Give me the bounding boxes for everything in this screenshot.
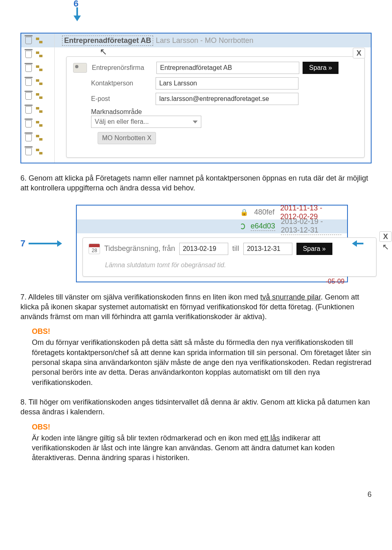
active-dates-link[interactable]: 2013-02-19 - 2013-12-31 bbox=[281, 217, 341, 235]
contact-label: Kontaktperson bbox=[91, 80, 152, 87]
firm-input[interactable]: Entreprenadföretaget AB bbox=[156, 62, 299, 74]
obs-heading-1: OBS! bbox=[32, 327, 372, 336]
obs-heading-2: OBS! bbox=[32, 423, 372, 432]
trash-icon[interactable] bbox=[25, 65, 32, 72]
tag-icon[interactable] bbox=[36, 51, 42, 58]
trash-icon[interactable] bbox=[25, 120, 32, 127]
trash-icon[interactable] bbox=[25, 148, 32, 155]
cursor-icon: ↖ bbox=[100, 47, 107, 57]
from-date-input[interactable]: 2013-02-19 bbox=[179, 243, 228, 255]
company-edit-panel: X Entreprenörsfirma Entreprenadföretaget… bbox=[66, 56, 365, 158]
company-name-link[interactable]: Entreprenadföretaget AB bbox=[62, 36, 153, 46]
market-select[interactable]: Välj en eller flera... bbox=[91, 116, 201, 128]
obs-body-1: Om du förnyar verifikationskoden på dett… bbox=[32, 338, 372, 387]
trash-icon[interactable] bbox=[25, 92, 32, 100]
arrow-down-icon bbox=[74, 7, 81, 21]
market-placeholder: Välj en eller flera... bbox=[95, 118, 149, 125]
calendar-icon: 28 bbox=[89, 244, 100, 254]
trash-icon[interactable] bbox=[25, 78, 32, 86]
paragraph-6: 6. Genom att klicka på Företagets namn e… bbox=[20, 173, 372, 193]
firm-card-icon bbox=[73, 63, 87, 73]
email-input[interactable]: lars.larsson@entreprenadforetaget.se bbox=[156, 93, 298, 105]
callout-7: 7 bbox=[20, 238, 25, 249]
obs-body-2: Är koden inte längre giltig så blir text… bbox=[32, 433, 372, 463]
from-label: Tidsbegränsning, från bbox=[104, 244, 175, 253]
tag-icon[interactable] bbox=[36, 134, 42, 141]
firm-label: Entreprenörsfirma bbox=[92, 64, 153, 72]
market-chip[interactable]: MO Norrbotten X bbox=[98, 132, 156, 144]
tag-icon[interactable] bbox=[36, 79, 42, 85]
code-value-active[interactable]: e64d03 bbox=[251, 222, 275, 231]
company-row-header[interactable]: Entreprenadföretaget AB Lars Larsson - M… bbox=[55, 34, 371, 47]
tag-icon[interactable] bbox=[36, 148, 42, 155]
trash-icon[interactable] bbox=[25, 134, 32, 141]
paragraph-7: 7. Alldeles till vänster om själva verif… bbox=[20, 292, 372, 322]
close-button[interactable]: X bbox=[379, 231, 392, 242]
active-code-row[interactable]: e64d03 2013-02-19 - 2013-12-31 bbox=[77, 219, 347, 233]
to-date-input[interactable]: 2013-12-31 bbox=[243, 243, 292, 255]
market-label: Marknadsområde bbox=[91, 108, 358, 116]
tag-icon[interactable] bbox=[36, 121, 42, 127]
trash-icon[interactable] bbox=[25, 51, 32, 58]
save-button[interactable]: Spara » bbox=[296, 243, 332, 255]
tag-icon[interactable] bbox=[36, 37, 42, 44]
left-icon-column bbox=[21, 34, 55, 163]
date-hint: Lämna slutdatum tomt för obegränsad tid. bbox=[105, 262, 370, 269]
trash-icon[interactable] bbox=[25, 106, 32, 114]
contact-name-link[interactable]: Lars Larsson - MO Norrbotten bbox=[156, 36, 253, 45]
tag-icon[interactable] bbox=[36, 65, 42, 72]
email-label: E-post bbox=[91, 95, 152, 103]
lock-icon: 🔒 bbox=[240, 208, 248, 216]
arrow-left-icon bbox=[357, 243, 363, 244]
tag-icon[interactable] bbox=[36, 93, 42, 99]
trash-icon[interactable] bbox=[25, 37, 32, 44]
page-number: 6 bbox=[0, 482, 392, 511]
contact-input[interactable]: Lars Larsson bbox=[156, 77, 298, 89]
screenshot-code-dates: 🔒 480fef 2011-11-13 - 2012-02-29 e64d03 … bbox=[76, 205, 348, 282]
to-label: till bbox=[232, 244, 239, 253]
close-button[interactable]: X bbox=[353, 48, 365, 58]
screenshot-company-form: Entreprenadföretaget AB Lars Larsson - M… bbox=[20, 33, 372, 163]
refresh-icon[interactable] bbox=[240, 224, 245, 229]
cursor-icon: ↖ bbox=[382, 242, 389, 252]
tag-icon[interactable] bbox=[36, 107, 42, 113]
chevron-down-icon bbox=[193, 121, 198, 123]
date-edit-panel: X ↖ 28 Tidsbegränsning, från 2013-02-19 … bbox=[82, 237, 376, 277]
code-value-locked: 480fef bbox=[254, 208, 274, 217]
paragraph-8: 8. Till höger om verifikationskoden ange… bbox=[20, 397, 372, 417]
save-button[interactable]: Spara » bbox=[303, 62, 339, 74]
arrow-right-icon bbox=[29, 243, 57, 244]
